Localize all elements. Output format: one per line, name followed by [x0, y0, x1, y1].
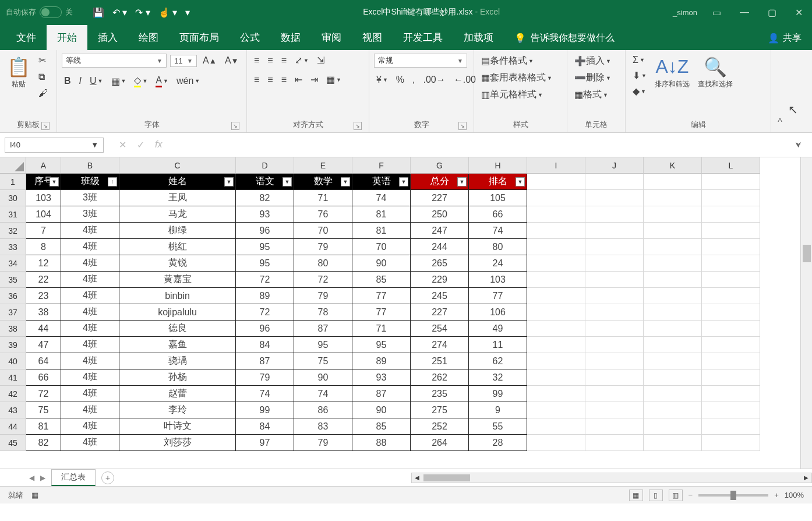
table-cell[interactable]: 79	[294, 435, 352, 451]
share-button[interactable]: 👤共享	[757, 26, 812, 50]
table-cell[interactable]: 47	[26, 337, 61, 353]
table-cell[interactable]: 80	[294, 255, 352, 272]
wrap-text-button[interactable]: ⇲	[315, 54, 327, 67]
table-cell[interactable]: 85	[352, 418, 411, 435]
row-header[interactable]: 39	[0, 337, 26, 353]
sheet-nav-prev[interactable]: ◀	[29, 474, 34, 482]
table-cell[interactable]: 235	[411, 386, 469, 402]
table-cell[interactable]: 265	[411, 255, 469, 272]
table-cell[interactable]	[644, 402, 702, 418]
table-cell[interactable]: 3班	[61, 190, 119, 206]
table-cell[interactable]	[527, 223, 585, 239]
table-cell[interactable]: 75	[26, 402, 61, 418]
table-cell[interactable]: 74	[236, 386, 294, 402]
table-cell[interactable]: 马龙	[119, 206, 236, 223]
table-cell[interactable]: 105	[469, 190, 527, 206]
table-cell[interactable]: 227	[411, 304, 469, 321]
table-cell[interactable]: 23	[26, 288, 61, 304]
row-header[interactable]: 37	[0, 304, 26, 321]
tab-dev[interactable]: 开发工具	[393, 25, 453, 50]
table-cell[interactable]: 247	[411, 223, 469, 239]
filter-button[interactable]: ▼	[283, 177, 292, 186]
row-header[interactable]: 41	[0, 369, 26, 386]
tab-view[interactable]: 视图	[352, 25, 393, 50]
comma-button[interactable]: ,	[410, 73, 417, 86]
number-format-dropdown[interactable]: 常规▼	[374, 54, 467, 68]
table-cell[interactable]: binbin	[119, 288, 236, 304]
table-cell[interactable]	[702, 190, 760, 206]
table-cell[interactable]: 78	[294, 304, 352, 321]
table-cell[interactable]	[702, 223, 760, 239]
table-cell[interactable]	[644, 435, 702, 451]
table-cell[interactable]	[585, 386, 644, 402]
align-bottom-button[interactable]: ≡	[279, 54, 289, 67]
insert-cells-button[interactable]: ➕ 插入▼	[572, 54, 613, 68]
table-header-cell[interactable]: 总分▼	[411, 174, 469, 190]
table-cell[interactable]	[702, 288, 760, 304]
table-cell[interactable]	[585, 353, 644, 369]
orientation-button[interactable]: ⤢▼	[292, 54, 311, 67]
table-cell[interactable]: 83	[294, 418, 352, 435]
table-cell[interactable]	[585, 272, 644, 288]
table-cell[interactable]: 44	[26, 321, 61, 337]
column-header[interactable]: J	[585, 157, 644, 174]
save-icon[interactable]: 💾	[93, 7, 104, 18]
row-header[interactable]: 34	[0, 255, 26, 272]
ribbon-options-icon[interactable]: ▭	[709, 7, 725, 18]
table-header-cell[interactable]	[702, 174, 760, 190]
sheet-nav-next[interactable]: ▶	[40, 474, 45, 482]
table-cell[interactable]	[585, 288, 644, 304]
tab-data[interactable]: 数据	[270, 25, 311, 50]
table-cell[interactable]: 叶诗文	[119, 418, 236, 435]
table-header-cell[interactable]: 班级↑	[61, 174, 119, 190]
table-cell[interactable]: 72	[26, 386, 61, 402]
font-name-dropdown[interactable]: 等线▼	[62, 54, 167, 68]
table-header-cell[interactable]	[585, 174, 644, 190]
font-size-dropdown[interactable]: 11▼	[170, 55, 197, 67]
table-cell[interactable]: 55	[469, 418, 527, 435]
collapse-ribbon-button[interactable]: ^	[771, 50, 789, 132]
row-header[interactable]: 31	[0, 206, 26, 223]
filter-button[interactable]: ▼	[50, 177, 59, 186]
table-cell[interactable]: 王凤	[119, 190, 236, 206]
table-cell[interactable]: 4班	[61, 255, 119, 272]
table-cell[interactable]: 4班	[61, 304, 119, 321]
table-cell[interactable]: 81	[352, 223, 411, 239]
table-cell[interactable]: kojipalulu	[119, 304, 236, 321]
table-cell[interactable]: 76	[294, 206, 352, 223]
tab-insert[interactable]: 插入	[87, 25, 128, 50]
table-cell[interactable]: 70	[294, 223, 352, 239]
table-cell[interactable]	[702, 435, 760, 451]
table-cell[interactable]	[644, 337, 702, 353]
table-cell[interactable]	[527, 206, 585, 223]
clear-button[interactable]: ◆▼	[630, 85, 649, 98]
table-cell[interactable]	[585, 402, 644, 418]
currency-button[interactable]: ¥▼	[374, 73, 390, 86]
row-header[interactable]: 35	[0, 272, 26, 288]
table-cell[interactable]: 4班	[61, 321, 119, 337]
table-cell[interactable]	[527, 272, 585, 288]
table-cell[interactable]	[702, 386, 760, 402]
table-cell[interactable]	[702, 272, 760, 288]
page-layout-view-button[interactable]: ▯	[649, 490, 663, 501]
table-cell[interactable]	[527, 337, 585, 353]
tab-layout[interactable]: 页面布局	[169, 25, 230, 50]
table-cell[interactable]: 4班	[61, 386, 119, 402]
align-middle-button[interactable]: ≡	[265, 54, 275, 67]
filter-button[interactable]: ▼	[224, 177, 234, 186]
align-center-button[interactable]: ≡	[265, 73, 275, 86]
table-cell[interactable]	[585, 321, 644, 337]
vertical-scrollbar[interactable]	[800, 157, 812, 469]
table-cell[interactable]: 22	[26, 272, 61, 288]
hscroll-left-icon[interactable]: ◀	[412, 473, 422, 483]
merge-button[interactable]: ▦▼	[324, 73, 344, 86]
table-cell[interactable]: 71	[294, 190, 352, 206]
row-header[interactable]: 43	[0, 402, 26, 418]
table-cell[interactable]: 49	[469, 321, 527, 337]
table-cell[interactable]: 93	[236, 206, 294, 223]
column-header[interactable]: L	[702, 157, 760, 174]
close-icon[interactable]: ✕	[792, 7, 806, 18]
table-cell[interactable]: 11	[469, 337, 527, 353]
tab-home[interactable]: 开始	[47, 25, 87, 50]
row-header[interactable]: 45	[0, 435, 26, 451]
